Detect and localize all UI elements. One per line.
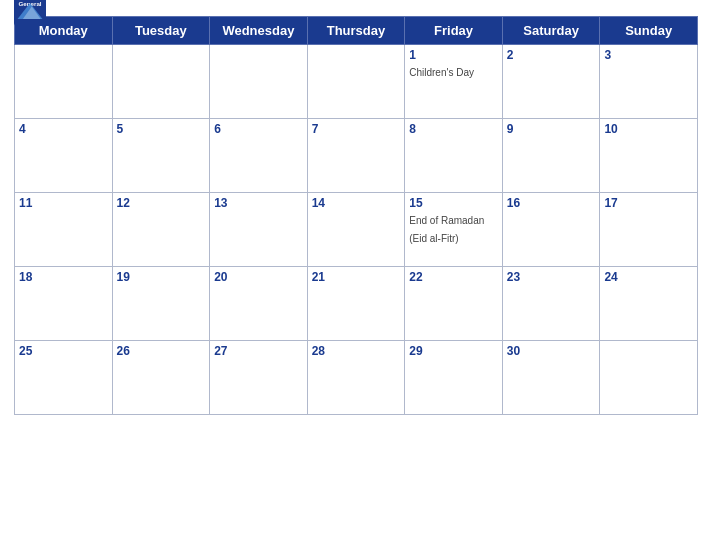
calendar-cell [600,341,698,415]
day-header-saturday: Saturday [502,17,600,45]
calendar-cell: 13 [210,193,308,267]
day-number: 8 [409,122,498,136]
calendar-cell: 19 [112,267,210,341]
calendar-cell [307,45,405,119]
calendar-cell: 18 [15,267,113,341]
day-number: 22 [409,270,498,284]
day-number: 23 [507,270,596,284]
calendar-header-row: MondayTuesdayWednesdayThursdayFridaySatu… [15,17,698,45]
calendar-cell: 30 [502,341,600,415]
calendar-cell: 17 [600,193,698,267]
day-number: 27 [214,344,303,358]
calendar-cell: 29 [405,341,503,415]
day-header-tuesday: Tuesday [112,17,210,45]
calendar-cell: 2 [502,45,600,119]
logo: General [14,0,49,26]
calendar-cell: 25 [15,341,113,415]
day-number: 9 [507,122,596,136]
calendar-cell: 21 [307,267,405,341]
calendar-cell: 16 [502,193,600,267]
day-number: 10 [604,122,693,136]
day-number: 14 [312,196,401,210]
day-number: 12 [117,196,206,210]
day-header-wednesday: Wednesday [210,17,308,45]
calendar-cell: 4 [15,119,113,193]
day-number: 25 [19,344,108,358]
calendar-cell: 26 [112,341,210,415]
calendar-cell: 14 [307,193,405,267]
calendar-cell: 23 [502,267,600,341]
day-number: 21 [312,270,401,284]
day-number: 29 [409,344,498,358]
day-number: 24 [604,270,693,284]
calendar-cell: 10 [600,119,698,193]
day-number: 5 [117,122,206,136]
day-number: 26 [117,344,206,358]
week-row-1: 1Children's Day23 [15,45,698,119]
calendar-cell: 3 [600,45,698,119]
week-row-3: 1112131415End of Ramadan (Eid al-Fitr)16… [15,193,698,267]
calendar-cell [210,45,308,119]
day-number: 28 [312,344,401,358]
holiday-label: End of Ramadan (Eid al-Fitr) [409,215,484,244]
day-header-thursday: Thursday [307,17,405,45]
day-number: 16 [507,196,596,210]
day-number: 17 [604,196,693,210]
day-number: 7 [312,122,401,136]
week-row-4: 18192021222324 [15,267,698,341]
calendar-cell: 7 [307,119,405,193]
calendar-cell [112,45,210,119]
calendar-cell: 28 [307,341,405,415]
calendar-cell [15,45,113,119]
day-number: 3 [604,48,693,62]
calendar-cell: 8 [405,119,503,193]
day-number: 18 [19,270,108,284]
day-number: 11 [19,196,108,210]
day-number: 1 [409,48,498,62]
day-number: 15 [409,196,498,210]
calendar-cell: 5 [112,119,210,193]
calendar-cell: 9 [502,119,600,193]
day-header-sunday: Sunday [600,17,698,45]
calendar-cell: 6 [210,119,308,193]
day-number: 20 [214,270,303,284]
calendar-cell: 15End of Ramadan (Eid al-Fitr) [405,193,503,267]
day-number: 4 [19,122,108,136]
calendar-cell: 27 [210,341,308,415]
day-number: 6 [214,122,303,136]
calendar-cell: 12 [112,193,210,267]
day-number: 2 [507,48,596,62]
calendar-cell: 20 [210,267,308,341]
calendar-cell: 22 [405,267,503,341]
day-header-friday: Friday [405,17,503,45]
day-number: 30 [507,344,596,358]
calendar-cell: 11 [15,193,113,267]
week-row-5: 252627282930 [15,341,698,415]
week-row-2: 45678910 [15,119,698,193]
calendar-page: General MondayTuesdayWednesdayThursdayFr… [0,0,712,550]
holiday-label: Children's Day [409,67,474,78]
calendar-cell: 24 [600,267,698,341]
day-number: 13 [214,196,303,210]
calendar-cell: 1Children's Day [405,45,503,119]
calendar-table: MondayTuesdayWednesdayThursdayFridaySatu… [14,16,698,415]
day-number: 19 [117,270,206,284]
